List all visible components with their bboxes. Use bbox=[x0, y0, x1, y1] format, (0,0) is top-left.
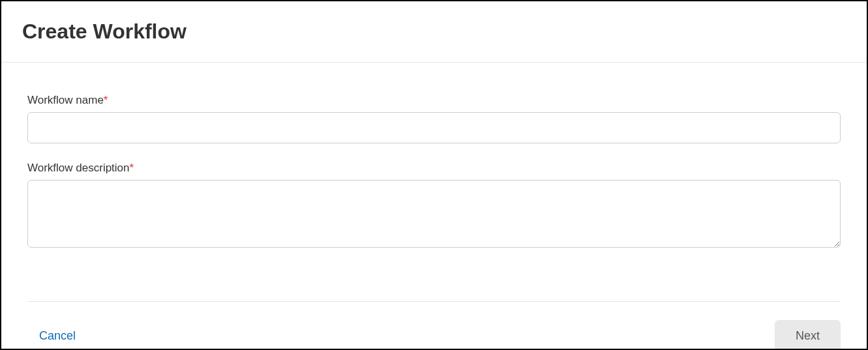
cancel-button[interactable]: Cancel bbox=[39, 329, 76, 343]
dialog-footer: Cancel Next bbox=[1, 302, 867, 350]
workflow-description-input[interactable] bbox=[27, 180, 841, 248]
workflow-name-input[interactable] bbox=[27, 112, 841, 143]
workflow-name-group: Workflow name* bbox=[27, 94, 841, 143]
workflow-name-label-text: Workflow name bbox=[27, 94, 104, 106]
workflow-name-label: Workflow name* bbox=[27, 94, 841, 107]
required-marker: * bbox=[130, 162, 134, 174]
workflow-description-label-text: Workflow description bbox=[27, 162, 130, 174]
dialog-title: Create Workflow bbox=[22, 20, 846, 44]
required-marker: * bbox=[104, 94, 108, 106]
next-button[interactable]: Next bbox=[775, 320, 841, 350]
workflow-description-label: Workflow description* bbox=[27, 162, 841, 175]
form-area: Workflow name* Workflow description* bbox=[1, 63, 867, 288]
dialog-header: Create Workflow bbox=[1, 1, 867, 63]
workflow-description-group: Workflow description* bbox=[27, 162, 841, 250]
